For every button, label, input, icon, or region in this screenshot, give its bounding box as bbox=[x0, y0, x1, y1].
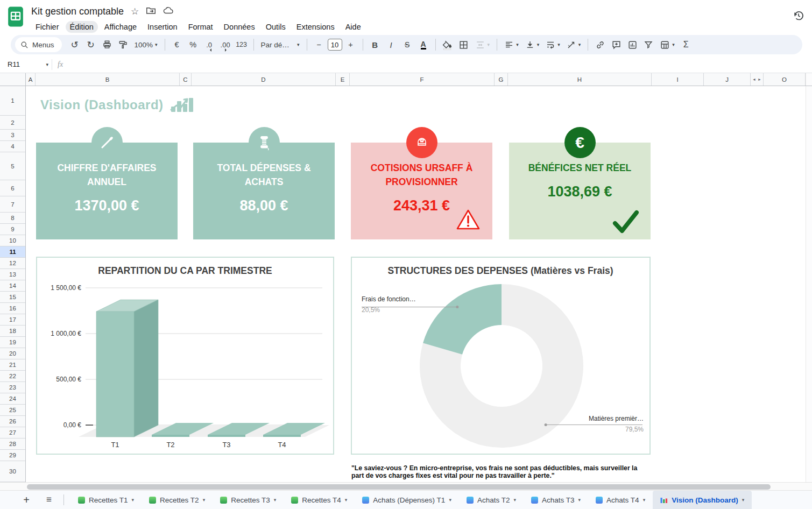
paint-format-button[interactable] bbox=[116, 37, 131, 52]
menu-format[interactable]: Format bbox=[184, 21, 217, 33]
column-header-A[interactable]: A bbox=[26, 73, 36, 86]
chevron-down-icon[interactable]: ▾ bbox=[345, 497, 348, 503]
zoom-select[interactable]: 100%▾ bbox=[132, 37, 160, 52]
more-formats-button[interactable]: 123 bbox=[234, 37, 249, 52]
row-header-16[interactable]: 16 bbox=[0, 303, 25, 314]
chevron-down-icon[interactable]: ▾ bbox=[203, 497, 206, 503]
horizontal-scrollbar[interactable] bbox=[0, 482, 812, 491]
row-header-14[interactable]: 14 bbox=[0, 280, 25, 292]
sheet-tab-recettes-t4[interactable]: Recettes T4▾ bbox=[284, 491, 355, 509]
row-header-28[interactable]: 28 bbox=[0, 439, 25, 450]
bold-button[interactable]: B bbox=[368, 37, 383, 52]
document-title[interactable]: Kit gestion comptable bbox=[31, 6, 124, 17]
row-header-9[interactable]: 9 bbox=[0, 224, 25, 235]
row-header-19[interactable]: 19 bbox=[0, 337, 25, 348]
sheet-tab-vision-dashboard-[interactable]: Vision (Dashboard)▾ bbox=[653, 491, 752, 509]
row-header-4[interactable]: 4 bbox=[0, 141, 25, 152]
column-header-D[interactable]: D bbox=[192, 73, 336, 86]
hidden-columns-toggle[interactable]: ◄► bbox=[751, 73, 764, 86]
chevron-down-icon[interactable]: ▾ bbox=[742, 497, 745, 503]
redo-button[interactable]: ↻ bbox=[83, 37, 98, 52]
chevron-down-icon[interactable]: ▾ bbox=[274, 497, 277, 503]
row-header-2[interactable]: 2 bbox=[0, 116, 25, 130]
menu-aide[interactable]: Aide bbox=[341, 21, 365, 33]
sheet-tab-achats-t3[interactable]: Achats T3▾ bbox=[524, 491, 588, 509]
chevron-down-icon[interactable]: ▾ bbox=[132, 497, 135, 503]
row-header-5[interactable]: 5 bbox=[0, 152, 25, 180]
column-header-J[interactable]: J bbox=[704, 73, 751, 86]
row-header-26[interactable]: 26 bbox=[0, 416, 25, 427]
functions-button[interactable]: Σ bbox=[679, 37, 694, 52]
name-box[interactable]: R11▾ bbox=[0, 60, 48, 68]
row-header-15[interactable]: 15 bbox=[0, 292, 25, 303]
increase-decimals-button[interactable]: .00 bbox=[218, 37, 233, 52]
row-header-7[interactable]: 7 bbox=[0, 196, 25, 213]
row-header-20[interactable]: 20 bbox=[0, 348, 25, 359]
horizontal-scrollbar-thumb[interactable] bbox=[27, 484, 771, 490]
donut-chart-panel[interactable]: STRUCTURES DES DEPENSES (Matières vs Fra… bbox=[351, 257, 651, 455]
print-button[interactable] bbox=[100, 37, 115, 52]
row-header-13[interactable]: 13 bbox=[0, 269, 25, 280]
vertical-align-button[interactable]: ▾ bbox=[522, 37, 542, 52]
strikethrough-button[interactable]: S bbox=[400, 37, 415, 52]
font-size-input[interactable]: 10 bbox=[328, 39, 342, 51]
format-currency-button[interactable]: € bbox=[170, 37, 185, 52]
sheet-canvas[interactable]: Vision (Dashboard) CHIFFRE D'AFFAIRES AN… bbox=[26, 86, 806, 482]
text-wrap-button[interactable]: ▾ bbox=[543, 37, 563, 52]
column-header-I[interactable]: I bbox=[652, 73, 704, 86]
sheet-tab-achats-d-penses-t1[interactable]: Achats (Dépenses) T1▾ bbox=[355, 491, 459, 509]
chevron-down-icon[interactable]: ▾ bbox=[449, 497, 451, 503]
insert-link-button[interactable] bbox=[592, 37, 608, 52]
cloud-status-icon[interactable] bbox=[163, 6, 174, 17]
format-percent-button[interactable]: % bbox=[186, 37, 201, 52]
insert-comment-button[interactable] bbox=[609, 37, 624, 52]
row-header-17[interactable]: 17 bbox=[0, 314, 25, 326]
column-header-H[interactable]: H bbox=[508, 73, 652, 86]
row-header-23[interactable]: 23 bbox=[0, 382, 25, 393]
font-family-select[interactable]: Par dé…▾ bbox=[258, 37, 302, 52]
menu-extensions[interactable]: Extensions bbox=[292, 21, 339, 33]
column-header-B[interactable]: B bbox=[36, 73, 180, 86]
horizontal-align-button[interactable]: ▾ bbox=[502, 37, 521, 52]
row-header-29[interactable]: 29 bbox=[0, 450, 25, 461]
table-views-button[interactable]: ▾ bbox=[657, 37, 677, 52]
fill-color-button[interactable] bbox=[440, 37, 455, 52]
sheet-tab-recettes-t1[interactable]: Recettes T1▾ bbox=[70, 491, 142, 509]
sheet-tab-achats-t4[interactable]: Achats T4▾ bbox=[588, 491, 653, 509]
sheet-tab-achats-t2[interactable]: Achats T2▾ bbox=[459, 491, 524, 509]
decrease-decimals-button[interactable]: .0 bbox=[202, 37, 217, 52]
vertical-scrollbar[interactable] bbox=[806, 86, 812, 482]
column-header-C[interactable]: C bbox=[180, 73, 192, 86]
select-all-corner[interactable] bbox=[0, 73, 26, 86]
row-header-27[interactable]: 27 bbox=[0, 427, 25, 439]
row-header-24[interactable]: 24 bbox=[0, 393, 25, 405]
add-sheet-button[interactable]: + bbox=[18, 494, 34, 506]
chevron-down-icon[interactable]: ▾ bbox=[643, 497, 646, 503]
borders-button[interactable] bbox=[456, 37, 471, 52]
row-header-30[interactable]: 30 bbox=[0, 461, 25, 482]
create-filter-button[interactable] bbox=[641, 37, 656, 52]
row-header-18[interactable]: 18 bbox=[0, 326, 25, 337]
merge-cells-button[interactable]: ▾ bbox=[472, 37, 493, 52]
column-header-G[interactable]: G bbox=[495, 73, 508, 86]
sheet-tab-recettes-t2[interactable]: Recettes T2▾ bbox=[142, 491, 213, 509]
text-color-button[interactable]: A bbox=[416, 37, 431, 52]
row-header-10[interactable]: 10 bbox=[0, 235, 25, 246]
menu-insertion[interactable]: Insertion bbox=[143, 21, 182, 33]
version-history-icon[interactable] bbox=[793, 10, 804, 24]
chevron-down-icon[interactable]: ▾ bbox=[513, 497, 516, 503]
star-icon[interactable]: ☆ bbox=[131, 6, 139, 17]
row-header-11[interactable]: 11 bbox=[0, 246, 25, 258]
sheets-logo-icon[interactable] bbox=[8, 6, 24, 30]
undo-button[interactable]: ↺ bbox=[67, 37, 82, 52]
column-header-F[interactable]: F bbox=[350, 73, 495, 86]
bar-chart-panel[interactable]: REPARTITION DU CA PAR TRIMESTRE1 500,00 … bbox=[36, 257, 334, 455]
row-header-12[interactable]: 12 bbox=[0, 258, 25, 269]
menu-affichage[interactable]: Affichage bbox=[100, 21, 141, 33]
menu-fichier[interactable]: Fichier bbox=[31, 21, 63, 33]
row-header-25[interactable]: 25 bbox=[0, 405, 25, 416]
increase-font-size-button[interactable]: + bbox=[343, 37, 358, 52]
row-header-3[interactable]: 3 bbox=[0, 130, 25, 141]
move-folder-icon[interactable] bbox=[146, 6, 156, 17]
menu-édition[interactable]: Édition bbox=[66, 21, 98, 33]
